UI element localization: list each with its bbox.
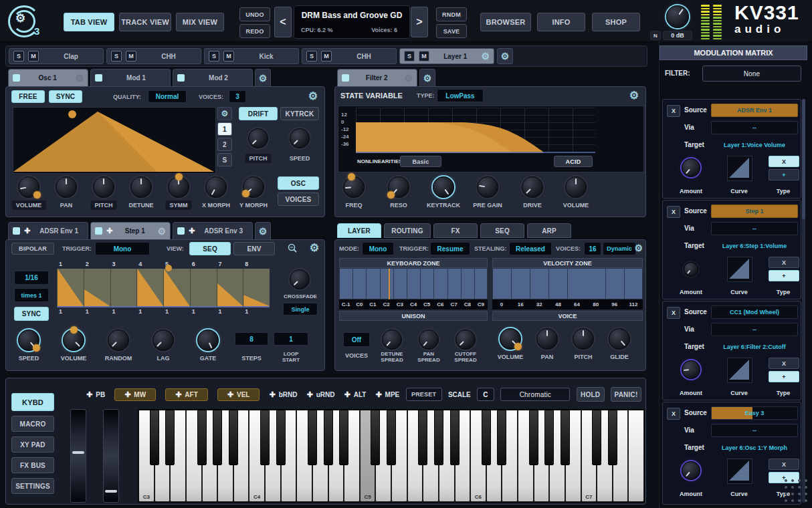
unison-pan-knob[interactable] — [419, 330, 439, 350]
keyboard-zone-area[interactable] — [339, 268, 488, 299]
adsr-env1-tab[interactable]: ✚ ADSR Env 1 — [8, 222, 88, 239]
unison-voices-value[interactable]: Off — [343, 332, 370, 347]
filter-gear-icon[interactable]: ⚙ — [404, 74, 413, 83]
nav-macro-button[interactable]: MACRO — [11, 416, 54, 432]
osc-view-button[interactable]: OSC — [278, 176, 319, 190]
osc1-tab[interactable]: Osc 1 ⚙ — [8, 69, 88, 86]
step1-gear-icon[interactable]: ⚙ — [157, 227, 166, 236]
seq-speed-knob[interactable] — [18, 330, 39, 351]
seq-sync-button[interactable]: SYNC — [14, 307, 49, 321]
seq-volume-knob[interactable] — [63, 330, 84, 351]
mod-filter-select[interactable]: None — [702, 66, 801, 82]
mod-amount-knob[interactable] — [682, 461, 700, 480]
move-icon[interactable]: ✚ — [269, 391, 275, 398]
nav-xypad-button[interactable]: XY PAD — [11, 436, 54, 453]
osc-voices-value[interactable]: 3 — [229, 90, 246, 103]
velocity-zone-area[interactable] — [492, 268, 643, 299]
drift-speed-knob[interactable] — [290, 128, 310, 148]
seq-random-knob[interactable] — [108, 330, 129, 351]
layer-panel-gear-icon[interactable]: ⚙ — [634, 243, 643, 253]
voice-glide-knob[interactable] — [609, 328, 630, 350]
move-icon[interactable]: ✚ — [86, 391, 92, 398]
mod-target-select[interactable]: Layer 6:Osc 1:Y Morph — [711, 441, 798, 455]
stealing-select[interactable]: Released — [509, 242, 552, 255]
mix-view-button[interactable]: MIX VIEW — [176, 13, 224, 31]
black-key[interactable] — [608, 410, 617, 465]
black-key[interactable] — [260, 410, 270, 465]
seq-gate-knob[interactable] — [197, 330, 219, 351]
mute-button[interactable]: M — [28, 51, 39, 61]
move-icon[interactable]: ✚ — [189, 227, 195, 235]
mode-select[interactable]: Mono — [362, 242, 394, 255]
unison-detune-knob[interactable] — [382, 330, 402, 350]
fx-tab-button[interactable]: FX — [433, 223, 478, 238]
layer-tab-chh1[interactable]: S M CHH — [106, 48, 201, 64]
solo-button[interactable]: S — [13, 51, 24, 61]
preset-button[interactable]: PRESET — [406, 388, 442, 401]
black-key[interactable] — [482, 410, 491, 465]
black-key[interactable] — [387, 410, 396, 465]
solo-button[interactable]: S — [209, 51, 219, 61]
acid-button[interactable]: ACID — [554, 156, 593, 167]
move-icon[interactable]: ✚ — [344, 391, 350, 398]
mod-target-select[interactable]: Layer 1:Voice Volume — [711, 138, 798, 152]
wave-page-2-button[interactable]: 2 — [217, 138, 232, 151]
kytrck-button[interactable]: KYTRCK — [280, 107, 319, 120]
move-icon[interactable]: ✚ — [106, 227, 112, 235]
times-select[interactable]: times 1 — [14, 288, 49, 302]
mod2-tab[interactable]: Mod 2 — [173, 69, 253, 86]
step-panel-gear-icon[interactable]: ⚙ — [310, 243, 319, 253]
osc-ymorph-knob[interactable] — [243, 176, 264, 198]
move-icon[interactable]: ✚ — [375, 391, 381, 398]
voice-pan-knob[interactable] — [536, 328, 558, 350]
black-key[interactable] — [165, 410, 175, 465]
pitch-bend-wheel[interactable] — [70, 409, 86, 503]
osc-voices-view-button[interactable]: VOICES — [278, 193, 319, 206]
mod1-enable-checkbox[interactable] — [95, 74, 102, 82]
move-icon[interactable]: ✚ — [24, 227, 30, 235]
mod-type-x-button[interactable]: X — [769, 358, 799, 369]
seq-lag-knob[interactable] — [153, 330, 174, 351]
nav-fxbus-button[interactable]: FX BUS — [11, 457, 54, 473]
move-icon[interactable]: ✚ — [227, 391, 233, 398]
master-db-readout[interactable]: 0 dB — [663, 31, 692, 40]
toolbar-item-brnd[interactable]: ✚bRND — [269, 391, 297, 398]
rate-select[interactable]: 1/16 — [14, 271, 49, 285]
master-n-toggle[interactable]: N — [650, 31, 661, 40]
osc-panel-gear-icon[interactable]: ⚙ — [308, 91, 318, 102]
mute-button[interactable]: M — [419, 51, 429, 61]
mod-amount-knob[interactable] — [682, 158, 700, 177]
black-key[interactable] — [561, 410, 570, 465]
osc-sync-button[interactable]: SYNC — [49, 90, 82, 103]
step-sequencer-grid[interactable]: 1121314151617181 — [57, 260, 270, 316]
black-key[interactable] — [371, 410, 380, 465]
move-icon[interactable]: ✚ — [124, 391, 130, 398]
toolbar-item-vel[interactable]: ✚VEL — [217, 388, 260, 401]
crossfade-knob[interactable] — [290, 269, 310, 289]
master-volume-knob[interactable] — [666, 5, 689, 28]
seq-step-8[interactable]: 81 — [243, 260, 270, 316]
filter-enable-checkbox[interactable] — [342, 74, 349, 82]
toolbar-item-urnd[interactable]: ✚uRND — [306, 391, 334, 398]
mod-source-select[interactable]: CC1 (Mod Wheel) — [711, 305, 798, 319]
osc-add-gear-button[interactable]: ⚙ — [255, 69, 271, 86]
info-button[interactable]: INFO — [537, 13, 585, 31]
mod-via-select[interactable]: -- — [711, 323, 798, 336]
mod-source-select[interactable]: Step 1 — [711, 205, 798, 218]
black-key[interactable] — [450, 410, 460, 465]
arp-tab-button[interactable]: ARP — [527, 223, 571, 238]
solo-button[interactable]: S — [306, 51, 317, 61]
filter-drive-knob[interactable] — [522, 176, 543, 198]
black-key[interactable] — [592, 410, 601, 465]
shop-button[interactable]: SHOP — [592, 13, 640, 31]
black-key[interactable] — [339, 410, 348, 465]
remove-slot-button[interactable]: X — [667, 206, 680, 218]
preset-prev-button[interactable]: < — [274, 7, 292, 37]
mod-type-plus-button[interactable]: + — [769, 270, 799, 281]
preset-display[interactable]: DRM Bass and Groove GD CPU: 6.2 % Voices… — [294, 5, 410, 39]
mod-type-plus-button[interactable]: + — [769, 371, 799, 382]
step1-enable-checkbox[interactable] — [95, 227, 102, 235]
layer-tab-layer1[interactable]: S M Layer 1 ⚙ — [399, 48, 494, 64]
layer-voices-value[interactable]: 16 — [584, 242, 601, 255]
seq-step-4[interactable]: 41 — [136, 260, 163, 316]
